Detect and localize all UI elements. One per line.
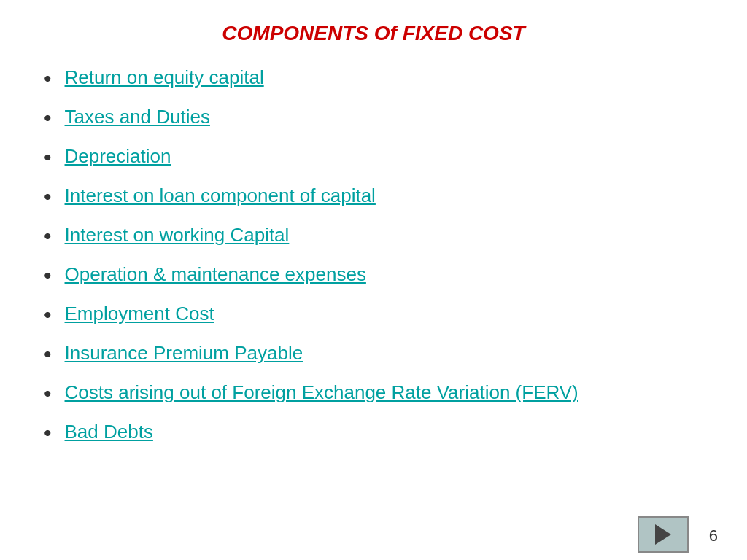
bullet-dot-icon: • xyxy=(44,184,52,210)
bullet-dot-icon: • xyxy=(44,223,52,249)
slide: COMPONENTS Of FIXED COST •Return on equi… xyxy=(0,0,747,560)
play-icon xyxy=(655,524,671,545)
bullet-8-text[interactable]: Insurance Premium Payable xyxy=(65,341,303,366)
list-item: •Interest on loan component of capital xyxy=(44,184,703,210)
bullet-dot-icon: • xyxy=(44,262,52,289)
bullet-dot-icon: • xyxy=(44,66,52,92)
bullet-2-text[interactable]: Taxes and Duties xyxy=(65,105,210,130)
bullet-9-text[interactable]: Costs arising out of Foreign Exchange Ra… xyxy=(65,381,578,405)
slide-title: COMPONENTS Of FIXED COST xyxy=(44,22,703,45)
bullet-3-text[interactable]: Depreciation xyxy=(65,144,171,169)
list-item: •Depreciation xyxy=(44,144,703,171)
bullet-dot-icon: • xyxy=(44,341,52,368)
bullet-dot-icon: • xyxy=(44,420,52,446)
bullet-list: •Return on equity capital•Taxes and Duti… xyxy=(44,66,703,446)
bullet-dot-icon: • xyxy=(44,144,52,171)
list-item: •Taxes and Duties xyxy=(44,105,703,131)
list-item: •Operation & maintenance expenses xyxy=(44,262,703,289)
bullet-4-text[interactable]: Interest on loan component of capital xyxy=(65,184,376,209)
list-item: •Interest on working Capital xyxy=(44,223,703,249)
bullet-dot-icon: • xyxy=(44,381,52,407)
bullet-1-text[interactable]: Return on equity capital xyxy=(65,66,264,90)
list-item: •Bad Debts xyxy=(44,420,703,446)
list-item: •Employment Cost xyxy=(44,302,703,328)
list-item: •Return on equity capital xyxy=(44,66,703,92)
bullet-5-text[interactable]: Interest on working Capital xyxy=(65,223,290,248)
page-number: 6 xyxy=(709,526,718,545)
bullet-10-text[interactable]: Bad Debts xyxy=(65,420,153,445)
play-button[interactable] xyxy=(638,516,689,553)
list-item: •Insurance Premium Payable xyxy=(44,341,703,368)
list-item: •Costs arising out of Foreign Exchange R… xyxy=(44,381,703,407)
bullet-7-text[interactable]: Employment Cost xyxy=(65,302,214,327)
bullet-6-text[interactable]: Operation & maintenance expenses xyxy=(65,262,366,287)
bullet-dot-icon: • xyxy=(44,105,52,131)
bullet-dot-icon: • xyxy=(44,302,52,328)
